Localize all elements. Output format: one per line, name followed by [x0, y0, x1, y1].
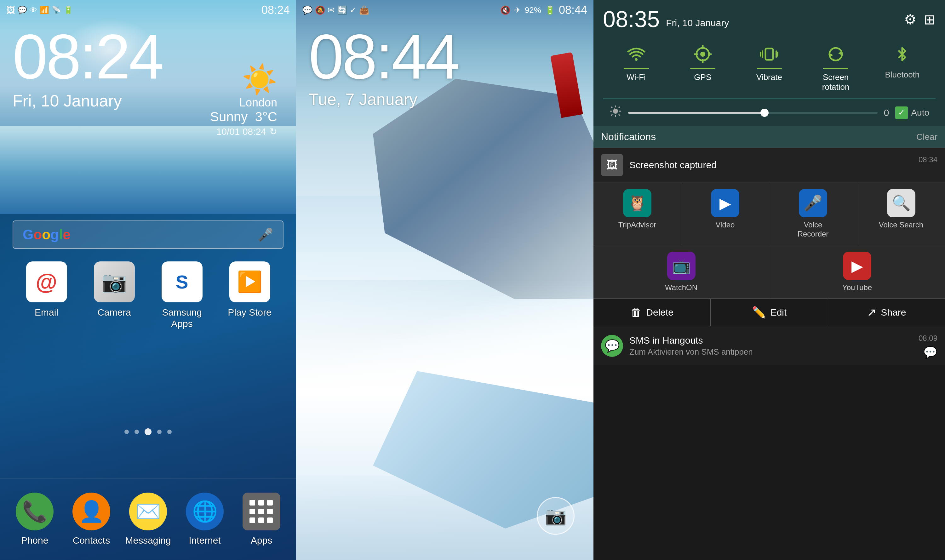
home-time-widget: 08:44 Tue, 7 January: [309, 25, 459, 109]
home-status-right: 🔇 ✈ 92% 🔋 08:44: [500, 3, 587, 17]
contacts-dock-label: Contacts: [73, 535, 110, 546]
svg-line-19: [611, 107, 613, 108]
notif-header-icons: ⚙ ⊞: [904, 11, 936, 28]
check-icon-home: ✓: [349, 5, 357, 15]
edit-label: Edit: [771, 307, 787, 318]
delete-label: Delete: [646, 307, 674, 318]
app-tripadvisor[interactable]: 🦉 TripAdvisor: [594, 183, 681, 245]
toggle-wifi[interactable]: Wi-Fi: [608, 42, 665, 92]
notif-app-grid-row2: 📺 WatchON ▶ YouTube: [594, 245, 945, 299]
notif-app-grid-row1: 🦉 TripAdvisor ▶ Video 🎤 VoiceRecorder 🔍 …: [594, 183, 945, 245]
home-app-grid: @ Email 📷 Camera S SamsungApps: [0, 262, 296, 336]
voice-search-icon[interactable]: 🎤: [258, 228, 273, 242]
delete-icon: 🗑: [630, 306, 642, 319]
app-email[interactable]: @ Email: [15, 262, 78, 329]
edit-icon: ✏️: [752, 306, 766, 319]
notifications-header: Notifications Clear: [594, 126, 945, 148]
screenshot-notif-time: 08:34: [919, 155, 937, 164]
youtube-icon: ▶: [843, 252, 871, 280]
toggle-rotation[interactable]: Screenrotation: [807, 42, 864, 92]
delete-action-button[interactable]: 🗑 Delete: [594, 299, 710, 326]
app-youtube[interactable]: ▶ YouTube: [769, 245, 945, 298]
vibrate-toggle-label: Vibrate: [756, 72, 782, 82]
home-time-display: 08:44: [309, 25, 459, 88]
mute-icon-home: 🔕: [315, 5, 325, 15]
internet-dock-icon: 🌐: [186, 492, 224, 531]
app-camera[interactable]: 📷 Camera: [83, 262, 146, 329]
wifi-toggle-label: Wi-Fi: [626, 72, 646, 82]
phone-dock-label: Phone: [21, 535, 49, 546]
notif-header: 08:35 Fri, 10 January ⚙ ⊞ Wi-Fi: [594, 0, 945, 126]
vibrate-toggle-icon: [757, 42, 782, 67]
video-app-icon: ▶: [711, 189, 739, 217]
video-app-label: Video: [716, 220, 735, 229]
dock-messaging[interactable]: ✉️ Messaging: [120, 492, 176, 546]
dock-phone[interactable]: 📞 Phone: [6, 492, 63, 546]
app-watchon[interactable]: 📺 WatchON: [594, 245, 769, 298]
auto-brightness-check[interactable]: ✓ Auto: [895, 106, 929, 119]
svg-rect-7: [765, 49, 773, 60]
svg-marker-13: [830, 53, 833, 57]
hangouts-sms-icon: 💬: [923, 346, 937, 359]
dock-apps[interactable]: Apps: [233, 492, 290, 546]
google-search-bar[interactable]: Google 🎤: [12, 220, 283, 249]
svg-point-2: [700, 52, 705, 57]
screenshot-notification[interactable]: 🖼 Screenshot captured 08:34: [594, 148, 945, 183]
app-voice-search[interactable]: 🔍 Voice Search: [857, 183, 945, 245]
brightness-slider[interactable]: [628, 112, 877, 114]
tripadvisor-icon: 🦉: [623, 189, 651, 217]
svg-line-20: [619, 114, 620, 115]
notif-time-display: 08:35: [603, 6, 660, 32]
dock-contacts[interactable]: 👤 Contacts: [63, 492, 120, 546]
grid-view-icon[interactable]: ⊞: [924, 11, 936, 28]
weather-widget: ☀️ London Sunny 3°C 10/01 08:24 ↻: [210, 63, 277, 137]
playstore-app-icon: ▶️: [229, 262, 270, 302]
quick-toggles: Wi-Fi GPS Vibr: [603, 38, 936, 99]
share-icon: ↗: [867, 306, 876, 319]
contacts-dock-icon: 👤: [72, 492, 110, 531]
dock-internet[interactable]: 🌐 Internet: [176, 492, 233, 546]
clear-notifications-button[interactable]: Clear: [916, 132, 937, 142]
page-indicators: [0, 428, 296, 435]
bluetooth-toggle-icon: [890, 42, 915, 67]
rotation-toggle-icon: [823, 42, 848, 67]
eye-icon: 👁: [29, 6, 37, 14]
app-samsung-apps[interactable]: S SamsungApps: [151, 262, 214, 329]
toggle-bluetooth[interactable]: Bluetooth: [874, 42, 931, 92]
notification-panel: 08:35 Fri, 10 January ⚙ ⊞ Wi-Fi: [594, 0, 945, 560]
messaging-dock-label: Messaging: [125, 535, 171, 546]
app-video[interactable]: ▶ Video: [681, 183, 769, 245]
status-time-lock: 08:24: [262, 3, 290, 17]
gps-toggle-icon: [690, 42, 716, 67]
bluetooth-toggle-label: Bluetooth: [885, 70, 919, 80]
toggle-gps[interactable]: GPS: [674, 42, 731, 92]
app-play-store[interactable]: ▶️ Play Store: [218, 262, 281, 329]
status-time-home: 08:44: [559, 3, 587, 17]
hangouts-status-icon: 💬: [18, 6, 27, 14]
gallery-icon: 🖼: [6, 5, 15, 15]
page-dot-2: [134, 429, 139, 434]
battery-icon: 🔋: [64, 6, 73, 14]
share-action-button[interactable]: ↗ Share: [828, 299, 945, 326]
status-bar-lock: 🖼 💬 👁 📶 📡 🔋 08:24: [0, 0, 296, 20]
sms-hangouts-notification[interactable]: 💬 SMS in Hangouts Zum Aktivieren von SMS…: [594, 326, 945, 365]
svg-point-0: [635, 58, 637, 61]
svg-text:A: A: [614, 108, 616, 111]
airplane-wing: [373, 79, 594, 299]
lock-time-widget: 08:24 Fri, 10 January: [12, 25, 163, 110]
lock-date-display: Fri, 10 January: [12, 91, 163, 110]
edit-action-button[interactable]: ✏️ Edit: [710, 299, 828, 326]
toggle-vibrate[interactable]: Vibrate: [741, 42, 797, 92]
app-voice-recorder[interactable]: 🎤 VoiceRecorder: [769, 183, 857, 245]
apps-dock-label: Apps: [251, 535, 272, 546]
settings-icon[interactable]: ⚙: [904, 11, 916, 28]
camera-fab-button[interactable]: 📷: [537, 497, 574, 535]
apps-dock-icon: [243, 492, 280, 531]
gps-toggle-label: GPS: [694, 72, 711, 82]
hangouts-app-icon: 💬: [601, 335, 623, 357]
internet-dock-label: Internet: [189, 535, 221, 546]
watchon-icon: 📺: [667, 252, 696, 280]
refresh-icon[interactable]: ↻: [269, 126, 277, 137]
voice-search-label: Voice Search: [879, 220, 923, 229]
page-dot-5: [167, 429, 172, 434]
